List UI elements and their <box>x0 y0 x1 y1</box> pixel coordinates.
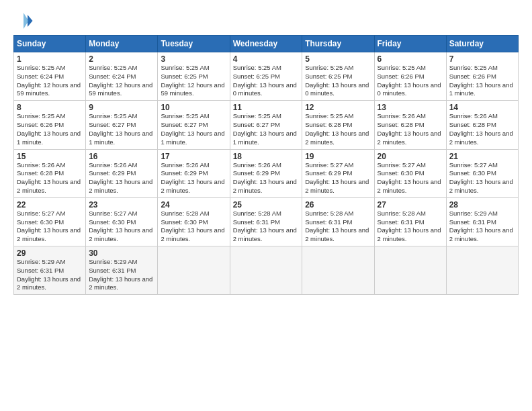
day-header-thursday: Thursday <box>302 36 374 52</box>
calendar-cell: 12Sunrise: 5:25 AMSunset: 6:28 PMDayligh… <box>302 101 374 149</box>
calendar-cell: 15Sunrise: 5:26 AMSunset: 6:28 PMDayligh… <box>14 149 86 197</box>
day-header-sunday: Sunday <box>14 36 86 52</box>
calendar-cell: 23Sunrise: 5:27 AMSunset: 6:30 PMDayligh… <box>86 197 158 246</box>
calendar-table: SundayMondayTuesdayWednesdayThursdayFrid… <box>13 35 519 295</box>
day-number: 29 <box>17 248 83 258</box>
day-info: Sunrise: 5:25 AMSunset: 6:27 PMDaylight:… <box>161 112 226 146</box>
calendar-cell: 19Sunrise: 5:27 AMSunset: 6:29 PMDayligh… <box>302 149 374 197</box>
calendar-cell: 26Sunrise: 5:28 AMSunset: 6:31 PMDayligh… <box>302 197 374 246</box>
day-number: 28 <box>449 200 515 210</box>
week-row-3: 15Sunrise: 5:26 AMSunset: 6:28 PMDayligh… <box>14 149 519 197</box>
day-info: Sunrise: 5:26 AMSunset: 6:29 PMDaylight:… <box>161 161 226 195</box>
day-info: Sunrise: 5:25 AMSunset: 6:25 PMDaylight:… <box>161 64 226 98</box>
week-row-4: 22Sunrise: 5:27 AMSunset: 6:30 PMDayligh… <box>14 197 519 246</box>
day-number: 12 <box>305 103 371 112</box>
calendar-cell: 1Sunrise: 5:25 AMSunset: 6:24 PMDaylight… <box>14 52 86 101</box>
calendar-cell: 29Sunrise: 5:29 AMSunset: 6:31 PMDayligh… <box>14 246 86 295</box>
day-number: 8 <box>17 103 83 112</box>
day-number: 27 <box>378 200 443 210</box>
day-info: Sunrise: 5:25 AMSunset: 6:26 PMDaylight:… <box>17 112 83 146</box>
day-info: Sunrise: 5:26 AMSunset: 6:28 PMDaylight:… <box>17 161 83 195</box>
calendar-cell: 22Sunrise: 5:27 AMSunset: 6:30 PMDayligh… <box>14 197 86 246</box>
week-row-5: 29Sunrise: 5:29 AMSunset: 6:31 PMDayligh… <box>14 246 519 295</box>
calendar-cell: 7Sunrise: 5:25 AMSunset: 6:26 PMDaylight… <box>446 52 518 101</box>
day-info: Sunrise: 5:26 AMSunset: 6:28 PMDaylight:… <box>449 112 515 146</box>
day-info: Sunrise: 5:28 AMSunset: 6:31 PMDaylight:… <box>233 210 300 244</box>
day-info: Sunrise: 5:28 AMSunset: 6:31 PMDaylight:… <box>378 210 443 244</box>
day-info: Sunrise: 5:25 AMSunset: 6:25 PMDaylight:… <box>305 64 371 98</box>
day-header-wednesday: Wednesday <box>230 36 302 52</box>
day-number: 30 <box>89 248 154 258</box>
logo-icon <box>13 11 34 31</box>
day-info: Sunrise: 5:27 AMSunset: 6:30 PMDaylight:… <box>378 161 443 195</box>
day-number: 13 <box>378 103 443 112</box>
day-info: Sunrise: 5:25 AMSunset: 6:25 PMDaylight:… <box>233 64 300 98</box>
day-number: 26 <box>305 200 371 210</box>
day-info: Sunrise: 5:28 AMSunset: 6:31 PMDaylight:… <box>305 210 371 244</box>
calendar-cell <box>302 246 374 295</box>
day-number: 4 <box>233 54 300 64</box>
calendar-cell: 13Sunrise: 5:26 AMSunset: 6:28 PMDayligh… <box>374 101 446 149</box>
day-number: 16 <box>89 152 154 161</box>
day-number: 9 <box>89 103 154 112</box>
calendar-cell: 6Sunrise: 5:25 AMSunset: 6:26 PMDaylight… <box>374 52 446 101</box>
day-number: 17 <box>161 152 226 161</box>
day-info: Sunrise: 5:26 AMSunset: 6:29 PMDaylight:… <box>89 161 154 195</box>
day-info: Sunrise: 5:29 AMSunset: 6:31 PMDaylight:… <box>17 258 83 292</box>
day-info: Sunrise: 5:26 AMSunset: 6:29 PMDaylight:… <box>233 161 300 195</box>
day-info: Sunrise: 5:27 AMSunset: 6:30 PMDaylight:… <box>449 161 515 195</box>
calendar-cell: 30Sunrise: 5:29 AMSunset: 6:31 PMDayligh… <box>86 246 158 295</box>
day-number: 10 <box>161 103 226 112</box>
day-number: 7 <box>449 54 515 64</box>
day-number: 14 <box>449 103 515 112</box>
day-header-monday: Monday <box>86 36 158 52</box>
day-number: 21 <box>449 152 515 161</box>
calendar-cell: 18Sunrise: 5:26 AMSunset: 6:29 PMDayligh… <box>230 149 302 197</box>
calendar-cell: 17Sunrise: 5:26 AMSunset: 6:29 PMDayligh… <box>158 149 230 197</box>
day-info: Sunrise: 5:27 AMSunset: 6:30 PMDaylight:… <box>89 210 154 244</box>
day-header-tuesday: Tuesday <box>158 36 230 52</box>
week-row-2: 8Sunrise: 5:25 AMSunset: 6:26 PMDaylight… <box>14 101 519 149</box>
day-info: Sunrise: 5:25 AMSunset: 6:26 PMDaylight:… <box>449 64 515 98</box>
calendar-cell: 24Sunrise: 5:28 AMSunset: 6:30 PMDayligh… <box>158 197 230 246</box>
day-number: 5 <box>305 54 371 64</box>
calendar-cell: 25Sunrise: 5:28 AMSunset: 6:31 PMDayligh… <box>230 197 302 246</box>
day-number: 11 <box>233 103 300 112</box>
day-number: 18 <box>233 152 300 161</box>
day-number: 24 <box>161 200 226 210</box>
calendar-cell: 9Sunrise: 5:25 AMSunset: 6:27 PMDaylight… <box>86 101 158 149</box>
day-number: 19 <box>305 152 371 161</box>
calendar-cell: 3Sunrise: 5:25 AMSunset: 6:25 PMDaylight… <box>158 52 230 101</box>
day-number: 20 <box>378 152 443 161</box>
day-info: Sunrise: 5:29 AMSunset: 6:31 PMDaylight:… <box>89 258 154 292</box>
week-row-1: 1Sunrise: 5:25 AMSunset: 6:24 PMDaylight… <box>14 52 519 101</box>
day-header-saturday: Saturday <box>446 36 518 52</box>
day-info: Sunrise: 5:29 AMSunset: 6:31 PMDaylight:… <box>449 210 515 244</box>
day-number: 1 <box>17 54 83 64</box>
day-info: Sunrise: 5:25 AMSunset: 6:27 PMDaylight:… <box>233 112 300 146</box>
calendar-cell: 11Sunrise: 5:25 AMSunset: 6:27 PMDayligh… <box>230 101 302 149</box>
day-info: Sunrise: 5:25 AMSunset: 6:27 PMDaylight:… <box>89 112 154 146</box>
calendar-cell: 28Sunrise: 5:29 AMSunset: 6:31 PMDayligh… <box>446 197 518 246</box>
day-info: Sunrise: 5:25 AMSunset: 6:24 PMDaylight:… <box>89 64 154 98</box>
calendar-cell <box>446 246 518 295</box>
header-row: SundayMondayTuesdayWednesdayThursdayFrid… <box>14 36 519 52</box>
day-number: 22 <box>17 200 83 210</box>
calendar-cell <box>374 246 446 295</box>
day-info: Sunrise: 5:27 AMSunset: 6:30 PMDaylight:… <box>17 210 83 244</box>
calendar-cell: 2Sunrise: 5:25 AMSunset: 6:24 PMDaylight… <box>86 52 158 101</box>
calendar-cell <box>158 246 230 295</box>
header <box>13 11 519 31</box>
day-header-friday: Friday <box>374 36 446 52</box>
calendar-cell: 14Sunrise: 5:26 AMSunset: 6:28 PMDayligh… <box>446 101 518 149</box>
day-info: Sunrise: 5:25 AMSunset: 6:24 PMDaylight:… <box>17 64 83 98</box>
day-number: 6 <box>378 54 443 64</box>
day-number: 23 <box>89 200 154 210</box>
day-number: 3 <box>161 54 226 64</box>
calendar-cell: 16Sunrise: 5:26 AMSunset: 6:29 PMDayligh… <box>86 149 158 197</box>
calendar-cell: 21Sunrise: 5:27 AMSunset: 6:30 PMDayligh… <box>446 149 518 197</box>
calendar-cell: 10Sunrise: 5:25 AMSunset: 6:27 PMDayligh… <box>158 101 230 149</box>
calendar-cell: 8Sunrise: 5:25 AMSunset: 6:26 PMDaylight… <box>14 101 86 149</box>
calendar-cell: 27Sunrise: 5:28 AMSunset: 6:31 PMDayligh… <box>374 197 446 246</box>
day-info: Sunrise: 5:27 AMSunset: 6:29 PMDaylight:… <box>305 161 371 195</box>
